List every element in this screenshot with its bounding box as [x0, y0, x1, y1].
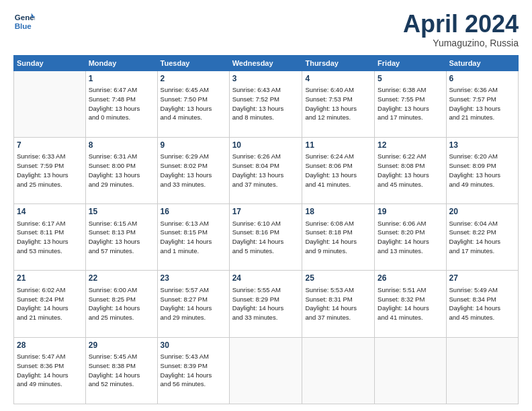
sunrise-text: Sunrise: 6:04 AM: [449, 220, 498, 227]
day-number: 3: [232, 73, 300, 85]
day-number: 12: [378, 140, 443, 151]
daylight-text: Daylight: 13 hours: [305, 105, 357, 112]
page: General Blue April 2024 Yumaguzino, Russ…: [0, 0, 532, 411]
daylight-text: Daylight: 14 hours: [232, 304, 284, 312]
daylight-text: Daylight: 13 hours: [449, 171, 501, 179]
sunrise-text: Sunrise: 5:55 AM: [232, 286, 281, 293]
daylight-text: Daylight: 13 hours: [449, 105, 501, 112]
calendar-cell: 22Sunrise: 6:00 AMSunset: 8:25 PMDayligh…: [85, 271, 157, 337]
calendar-cell: 27Sunrise: 5:49 AMSunset: 8:34 PMDayligh…: [446, 271, 518, 337]
daylight-text: Daylight: 14 hours: [17, 304, 69, 312]
calendar-week-row: 1Sunrise: 6:47 AMSunset: 7:48 PMDaylight…: [14, 71, 519, 137]
sunset-text: Sunset: 8:11 PM: [17, 228, 64, 236]
daylight-text: Daylight: 13 hours: [378, 105, 429, 112]
sunrise-text: Sunrise: 6:47 AM: [89, 86, 137, 93]
calendar-cell: 26Sunrise: 5:51 AMSunset: 8:32 PMDayligh…: [375, 271, 446, 337]
daylight-text: Daylight: 14 hours: [161, 304, 212, 312]
calendar-cell: 8Sunrise: 6:31 AMSunset: 8:00 PMDaylight…: [85, 137, 157, 203]
day-number: 7: [17, 140, 83, 151]
day-number: 30: [161, 340, 226, 351]
sunset-text: Sunset: 8:02 PM: [161, 162, 208, 169]
sunrise-text: Sunrise: 6:33 AM: [17, 152, 65, 160]
sunset-text: Sunset: 8:32 PM: [378, 295, 425, 303]
daylight-text-2: and 17 minutes.: [449, 247, 495, 255]
weekday-header: Wednesday: [229, 55, 302, 71]
calendar-cell: 2Sunrise: 6:45 AMSunset: 7:50 PMDaylight…: [157, 71, 229, 137]
calendar-cell: [229, 337, 302, 404]
calendar-header: SundayMondayTuesdayWednesdayThursdayFrid…: [14, 55, 519, 71]
daylight-text: Daylight: 14 hours: [449, 304, 501, 312]
calendar-cell: 3Sunrise: 6:43 AMSunset: 7:52 PMDaylight…: [229, 71, 302, 137]
logo: General Blue: [13, 11, 35, 32]
day-number: 11: [305, 140, 371, 151]
sunset-text: Sunset: 8:36 PM: [17, 362, 64, 369]
day-number: 10: [232, 140, 300, 151]
day-number: 20: [449, 206, 515, 218]
calendar-cell: 21Sunrise: 6:02 AMSunset: 8:24 PMDayligh…: [14, 271, 86, 337]
calendar-cell: 14Sunrise: 6:17 AMSunset: 8:11 PMDayligh…: [14, 204, 86, 271]
title-block: April 2024 Yumaguzino, Russia: [403, 11, 519, 48]
sunrise-text: Sunrise: 5:51 AM: [378, 286, 426, 293]
sunset-text: Sunset: 7:48 PM: [89, 95, 136, 103]
daylight-text-2: and 49 minutes.: [449, 181, 495, 188]
day-number: 8: [89, 140, 154, 151]
daylight-text-2: and 5 minutes.: [232, 247, 274, 255]
daylight-text-2: and 45 minutes.: [378, 181, 423, 188]
calendar-cell: 15Sunrise: 6:15 AMSunset: 8:13 PMDayligh…: [85, 204, 157, 271]
daylight-text: Daylight: 14 hours: [449, 238, 501, 245]
calendar-cell: 4Sunrise: 6:40 AMSunset: 7:53 PMDaylight…: [302, 71, 375, 137]
sunset-text: Sunset: 8:20 PM: [378, 228, 425, 236]
sunrise-text: Sunrise: 6:36 AM: [449, 86, 498, 93]
day-number: 22: [89, 273, 154, 284]
weekday-header: Saturday: [446, 55, 518, 71]
daylight-text-2: and 53 minutes.: [17, 247, 62, 255]
daylight-text: Daylight: 14 hours: [305, 238, 357, 245]
day-number: 16: [161, 206, 226, 218]
daylight-text: Daylight: 14 hours: [89, 371, 140, 379]
calendar-cell: [446, 337, 518, 404]
sunset-text: Sunset: 8:31 PM: [305, 295, 352, 303]
daylight-text: Daylight: 13 hours: [378, 171, 429, 179]
daylight-text-2: and 37 minutes.: [305, 314, 351, 321]
daylight-text: Daylight: 14 hours: [378, 238, 429, 245]
daylight-text-2: and 17 minutes.: [378, 113, 423, 121]
daylight-text-2: and 21 minutes.: [449, 113, 495, 121]
sunset-text: Sunset: 8:08 PM: [378, 162, 425, 169]
daylight-text: Daylight: 13 hours: [161, 105, 212, 112]
daylight-text-2: and 52 minutes.: [89, 380, 134, 387]
calendar-cell: 13Sunrise: 6:20 AMSunset: 8:09 PMDayligh…: [446, 137, 518, 203]
sunset-text: Sunset: 8:25 PM: [89, 295, 136, 303]
calendar-cell: 12Sunrise: 6:22 AMSunset: 8:08 PMDayligh…: [375, 137, 446, 203]
sunset-text: Sunset: 7:53 PM: [305, 95, 352, 103]
daylight-text-2: and 41 minutes.: [378, 314, 423, 321]
day-number: 26: [378, 273, 443, 284]
calendar-week-row: 21Sunrise: 6:02 AMSunset: 8:24 PMDayligh…: [14, 271, 519, 337]
daylight-text-2: and 9 minutes.: [305, 247, 347, 255]
daylight-text-2: and 37 minutes.: [232, 181, 278, 188]
sunrise-text: Sunrise: 5:45 AM: [89, 353, 137, 360]
daylight-text: Daylight: 13 hours: [305, 171, 357, 179]
sunset-text: Sunset: 7:59 PM: [17, 162, 64, 169]
daylight-text-2: and 33 minutes.: [232, 314, 278, 321]
sunrise-text: Sunrise: 6:24 AM: [305, 152, 353, 160]
calendar-cell: 24Sunrise: 5:55 AMSunset: 8:29 PMDayligh…: [229, 271, 302, 337]
sunrise-text: Sunrise: 6:17 AM: [17, 220, 65, 227]
calendar-cell: 19Sunrise: 6:06 AMSunset: 8:20 PMDayligh…: [375, 204, 446, 271]
calendar-cell: 23Sunrise: 5:57 AMSunset: 8:27 PMDayligh…: [157, 271, 229, 337]
sunrise-text: Sunrise: 6:00 AM: [89, 286, 137, 293]
day-number: 5: [378, 73, 443, 85]
sunrise-text: Sunrise: 6:08 AM: [305, 220, 353, 227]
sunset-text: Sunset: 8:22 PM: [449, 228, 496, 236]
daylight-text: Daylight: 13 hours: [89, 171, 140, 179]
day-number: 27: [449, 273, 515, 284]
sunrise-text: Sunrise: 6:06 AM: [378, 220, 426, 227]
calendar-cell: 6Sunrise: 6:36 AMSunset: 7:57 PMDaylight…: [446, 71, 518, 137]
header: General Blue April 2024 Yumaguzino, Russ…: [13, 11, 519, 48]
sunset-text: Sunset: 8:24 PM: [17, 295, 64, 303]
daylight-text-2: and 29 minutes.: [89, 181, 134, 188]
sunset-text: Sunset: 8:34 PM: [449, 295, 496, 303]
calendar-cell: 28Sunrise: 5:47 AMSunset: 8:36 PMDayligh…: [14, 337, 86, 404]
calendar-body: 1Sunrise: 6:47 AMSunset: 7:48 PMDaylight…: [14, 71, 519, 404]
sunset-text: Sunset: 8:15 PM: [161, 228, 208, 236]
sunrise-text: Sunrise: 5:47 AM: [17, 353, 65, 360]
